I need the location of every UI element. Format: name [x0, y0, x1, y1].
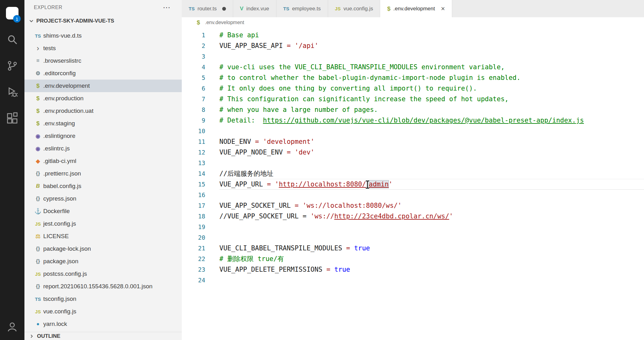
- code-line[interactable]: # This configuration can significantly i…: [219, 94, 644, 104]
- code-line[interactable]: NODE_ENV = 'development': [219, 136, 644, 147]
- line-number: 14: [182, 168, 205, 179]
- file-label: cypress.json: [43, 195, 76, 202]
- outline-section[interactable]: OUTLINE: [24, 332, 182, 340]
- code-segment: =: [326, 266, 334, 273]
- line-number: 5: [182, 72, 205, 83]
- line-number: 24: [182, 275, 205, 285]
- file-item[interactable]: TSshims-vue.d.ts: [24, 29, 182, 42]
- file-item[interactable]: $.env.production: [24, 92, 182, 105]
- code-segment: true: [334, 266, 350, 273]
- file-item[interactable]: ●yarn.lock: [24, 318, 182, 330]
- code-segment: 'ws://localhost:8080/ws/': [303, 202, 402, 209]
- file-item[interactable]: ⚖LICENSE: [24, 230, 182, 243]
- file-item[interactable]: {}package-lock.json: [24, 243, 182, 255]
- file-item[interactable]: ◉.eslintrc.js: [24, 142, 182, 155]
- code-content[interactable]: # Base apiVUE_APP_BASE_API = '/api'# vue…: [219, 30, 644, 340]
- file-label: vue.config.js: [43, 308, 76, 315]
- code-line[interactable]: //VUE_APP_SOCKET_URL = 'ws://http://23ce…: [219, 211, 644, 222]
- sidebar-title: EXPLORER: [34, 5, 62, 10]
- tab-index.vue[interactable]: Vindex.vue: [233, 0, 276, 17]
- file-item[interactable]: ≡.browserslistrc: [24, 55, 182, 67]
- breadcrumb[interactable]: $ .env.development: [182, 17, 644, 28]
- tab-label: .env.development: [393, 6, 435, 12]
- folder-item[interactable]: ›tests: [24, 42, 182, 55]
- file-label: package-lock.json: [43, 245, 91, 252]
- file-label: report.20210610.155436.5628.0.001.json: [43, 283, 153, 290]
- line-number: 4: [182, 62, 205, 72]
- code-segment: =: [295, 202, 302, 209]
- modified-dot-icon[interactable]: [222, 7, 226, 11]
- extensions-icon[interactable]: [0, 105, 24, 132]
- code-line[interactable]: # Base api: [219, 30, 644, 40]
- js-icon: JS: [34, 309, 42, 314]
- braces-icon: {}: [34, 196, 42, 202]
- code-line[interactable]: [219, 190, 644, 200]
- file-item[interactable]: ◆.gitlab-ci.yml: [24, 155, 182, 167]
- more-actions-icon[interactable]: ⋯: [163, 3, 171, 12]
- source-control-icon[interactable]: [0, 53, 24, 79]
- tab-vue.config.js[interactable]: JSvue.config.js: [328, 0, 380, 17]
- file-item[interactable]: {}report.20210610.155436.5628.0.001.json: [24, 280, 182, 293]
- file-item[interactable]: {}cypress.json: [24, 192, 182, 205]
- file-item[interactable]: ◉.eslintignore: [24, 130, 182, 142]
- file-item[interactable]: {}package.json: [24, 255, 182, 268]
- code-segment: //VUE_APP_SOCKET_URL =: [219, 212, 311, 220]
- tab-employee.ts[interactable]: TSemployee.ts: [276, 0, 328, 17]
- code-segment: true: [354, 244, 370, 252]
- file-item[interactable]: $.env.production.uat: [24, 105, 182, 117]
- code-segment: =: [287, 149, 295, 156]
- file-item[interactable]: ⚓Dockerfile: [24, 205, 182, 217]
- code-line[interactable]: [219, 158, 644, 168]
- code-segment: =: [255, 138, 263, 145]
- file-item[interactable]: $.env.staging: [24, 117, 182, 130]
- tab-.env.development[interactable]: $.env.development×: [380, 0, 452, 17]
- code-line[interactable]: //后端服务的地址: [219, 168, 644, 179]
- code-editor[interactable]: 123456789101112131415161718192021222324 …: [182, 28, 644, 340]
- explorer-icon[interactable]: 1: [0, 0, 24, 26]
- code-line[interactable]: VUE_APP_DELETE_PERMISSIONS = true: [219, 264, 644, 275]
- code-segment: 'development': [263, 138, 314, 145]
- code-segment: //后端服务的地址: [219, 170, 273, 177]
- code-segment: '/api': [295, 42, 318, 50]
- file-item[interactable]: TStsconfig.json: [24, 293, 182, 305]
- account-icon[interactable]: [0, 314, 24, 340]
- code-line[interactable]: # when you have a large number of pages.: [219, 104, 644, 115]
- code-line[interactable]: VUE_APP_SOCKET_URL = 'ws://localhost:808…: [219, 200, 644, 211]
- file-item[interactable]: JSjest.config.js: [24, 217, 182, 230]
- line-number: 2: [182, 40, 205, 51]
- code-line[interactable]: [219, 275, 644, 285]
- tab-label: employee.ts: [292, 6, 321, 12]
- project-root[interactable]: PROJECT-SKY-ADMIN-VUE-TS: [24, 15, 182, 27]
- code-segment: # when you have a large number of pages.: [219, 106, 378, 113]
- file-item[interactable]: JSvue.config.js: [24, 305, 182, 318]
- code-line[interactable]: [219, 222, 644, 232]
- code-line[interactable]: # Detail: https://github.com/vuejs/vue-c…: [219, 115, 644, 126]
- code-line[interactable]: VUE_APP_NODE_ENV = 'dev': [219, 147, 644, 158]
- file-label: yarn.lock: [43, 321, 67, 327]
- file-label: LICENSE: [43, 233, 69, 240]
- run-debug-icon[interactable]: [0, 79, 24, 105]
- code-line[interactable]: [219, 126, 644, 136]
- file-item[interactable]: JSpostcss.config.js: [24, 268, 182, 280]
- file-item[interactable]: ⚙.editorconfig: [24, 67, 182, 80]
- code-line[interactable]: VUE_APP_BASE_API = '/api': [219, 40, 644, 51]
- code-line[interactable]: # vue-cli uses the VUE_CLI_BABEL_TRANSPI…: [219, 62, 644, 72]
- file-item[interactable]: $.env.development: [24, 80, 182, 92]
- file-label: Dockerfile: [43, 208, 70, 215]
- file-label: postcss.config.js: [43, 270, 87, 277]
- code-line[interactable]: [219, 232, 644, 243]
- close-icon[interactable]: ×: [441, 5, 445, 12]
- code-line[interactable]: # 删除权限 true/有: [219, 254, 644, 264]
- search-icon[interactable]: [0, 26, 24, 53]
- line-number: 6: [182, 83, 205, 94]
- code-line[interactable]: VUE_APP_URL = 'http://localhost:8080/adm…: [219, 179, 644, 190]
- code-line[interactable]: # It only does one thing by converting a…: [219, 83, 644, 94]
- code-line[interactable]: VUE_CLI_BABEL_TRANSPILE_MODULES = true: [219, 243, 644, 254]
- tab-router.ts[interactable]: TSrouter.ts: [182, 0, 233, 17]
- file-item[interactable]: Bbabel.config.js: [24, 180, 182, 192]
- code-line[interactable]: [219, 51, 644, 62]
- file-item[interactable]: {}.prettierrc.json: [24, 167, 182, 180]
- code-line[interactable]: # to control whether the babel-plugin-dy…: [219, 72, 644, 83]
- file-label: jest.config.js: [43, 220, 76, 227]
- braces-icon: {}: [34, 258, 42, 264]
